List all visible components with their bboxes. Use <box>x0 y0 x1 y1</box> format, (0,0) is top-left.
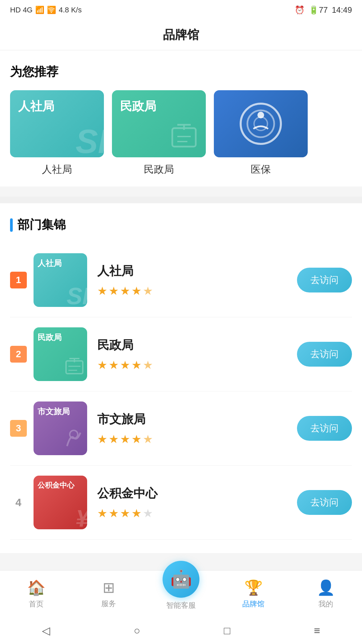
dept-name-gongjijin: 公积金中心 <box>97 485 297 502</box>
visit-button-renshe[interactable]: 去访问 <box>297 268 352 292</box>
card-image-yibao[interactable] <box>214 90 308 157</box>
recent-button[interactable]: □ <box>224 625 230 637</box>
nav-item-mine[interactable]: 👤 我的 <box>290 579 362 609</box>
card-image-renshe[interactable]: 人社局 SI <box>10 90 104 157</box>
home-icon: 🏠 <box>27 579 46 596</box>
star-4: ★ <box>131 358 141 372</box>
dept-logo-watermark-gongjijin: ¥ <box>76 505 87 529</box>
page-title: 品牌馆 <box>163 27 199 43</box>
dept-info-gongjijin: 公积金中心 ★ ★ ★ ★ ★ <box>97 485 297 520</box>
dept-logo-text-renshe: 人社局 <box>38 258 62 269</box>
star-5: ★ <box>143 284 153 298</box>
nav-label-mine: 我的 <box>318 599 333 609</box>
home-button[interactable]: ○ <box>134 625 140 637</box>
star-3: ★ <box>120 358 130 372</box>
dept-section-title: 部门集锦 <box>10 217 352 233</box>
recommend-title: 为您推荐 <box>10 64 352 80</box>
card-image-minzheng[interactable]: 民政局 <box>112 90 206 157</box>
dept-info-wenlu: 市文旅局 ★ ★ ★ ★ ★ <box>97 411 297 446</box>
star-5: ★ <box>143 432 153 446</box>
rank-badge-2: 2 <box>10 346 27 363</box>
network-indicator: HD 4G <box>10 6 33 14</box>
nav-label-home: 首页 <box>29 599 44 609</box>
nav-label-ai: 智能客服 <box>166 600 196 610</box>
dept-logo-wenlu: 市文旅局 <box>34 401 87 455</box>
dept-stars-renshe: ★ ★ ★ ★ ★ <box>97 284 297 298</box>
dept-logo-minzheng: 民政局 <box>34 327 87 381</box>
nav-item-home[interactable]: 🏠 首页 <box>0 579 72 609</box>
card-label-minzheng: 民政局 <box>144 163 174 176</box>
dept-item-wenlu[interactable]: 3 市文旅局 市文旅局 ★ ★ ★ ★ ★ 去访问 <box>10 391 352 466</box>
visit-button-wenlu[interactable]: 去访问 <box>297 416 352 441</box>
star-5: ★ <box>143 506 153 520</box>
star-2: ★ <box>109 284 119 298</box>
dept-item-renshe[interactable]: 1 人社局 SI 人社局 ★ ★ ★ ★ ★ 去访问 <box>10 243 352 317</box>
brand-card-minzheng[interactable]: 民政局 民政局 <box>112 90 206 176</box>
yibao-logo <box>214 90 308 157</box>
dept-logo-watermark-renshe: SI <box>67 283 87 307</box>
menu-button[interactable]: ≡ <box>314 625 320 637</box>
card-label-yibao: 医保 <box>251 163 271 176</box>
wifi-icon: 🛜 <box>47 6 56 14</box>
battery-indicator: 🔋77 <box>309 5 328 15</box>
card-label-renshe: 人社局 <box>42 163 72 176</box>
svg-rect-0 <box>172 128 196 147</box>
star-3: ★ <box>120 432 130 446</box>
dept-title-bar-indicator <box>10 218 13 232</box>
dept-info-renshe: 人社局 ★ ★ ★ ★ ★ <box>97 263 297 298</box>
alarm-icon: ⏰ <box>295 5 305 15</box>
star-4: ★ <box>131 432 141 446</box>
card-watermark-renshe: SI <box>76 122 104 157</box>
recommend-section: 为您推荐 人社局 SI 人社局 民政局 <box>0 50 362 186</box>
nav-item-brand[interactable]: 🏆 品牌馆 <box>217 579 290 609</box>
nav-item-ai[interactable]: 🤖 智能客服 <box>145 578 217 610</box>
dept-name-minzheng: 民政局 <box>97 337 297 354</box>
star-1: ★ <box>97 506 107 520</box>
time-display: 14:49 <box>332 5 352 15</box>
star-1: ★ <box>97 284 107 298</box>
brand-icon: 🏆 <box>244 579 263 596</box>
star-5: ★ <box>143 358 153 372</box>
nav-item-service[interactable]: ⊞ 服务 <box>72 579 145 609</box>
visit-button-minzheng[interactable]: 去访问 <box>297 342 352 367</box>
back-button[interactable]: ◁ <box>42 624 50 637</box>
speed-indicator: 4.8 K/s <box>59 6 81 14</box>
rank-badge-4: 4 <box>10 494 27 511</box>
brand-cards-scroll[interactable]: 人社局 SI 人社局 民政局 民政局 <box>10 90 352 180</box>
svg-point-7 <box>254 117 267 130</box>
star-2: ★ <box>109 432 119 446</box>
dept-item-gongjijin[interactable]: 4 公积金中心 ¥ 公积金中心 ★ ★ ★ ★ ★ 去访问 <box>10 466 352 540</box>
status-right: ⏰ 🔋77 14:49 <box>295 5 352 15</box>
card-title-minzheng: 民政局 <box>120 98 156 115</box>
star-2: ★ <box>109 358 119 372</box>
dept-info-minzheng: 民政局 ★ ★ ★ ★ ★ <box>97 337 297 372</box>
signal-icon: 📶 <box>35 6 44 14</box>
svg-rect-9 <box>66 361 83 374</box>
rank-badge-3: 3 <box>10 420 27 437</box>
android-nav-bar[interactable]: ◁ ○ □ ≡ <box>0 617 362 644</box>
bottom-navigation[interactable]: 🏠 首页 ⊞ 服务 🤖 智能客服 🏆 品牌馆 👤 我的 <box>0 570 362 617</box>
brand-card-renshe[interactable]: 人社局 SI 人社局 <box>10 90 104 176</box>
ai-icon: 🤖 <box>170 569 192 589</box>
status-left: HD 4G 📶 🛜 4.8 K/s <box>10 6 82 14</box>
visit-button-gongjijin[interactable]: 去访问 <box>297 490 352 515</box>
brand-card-yibao[interactable]: 医保 <box>214 90 308 176</box>
status-bar: HD 4G 📶 🛜 4.8 K/s ⏰ 🔋77 14:49 <box>0 0 362 20</box>
mine-icon: 👤 <box>317 579 335 596</box>
star-1: ★ <box>97 358 107 372</box>
service-icon: ⊞ <box>103 579 115 596</box>
star-3: ★ <box>120 284 130 298</box>
dept-logo-text-gongjijin: 公积金中心 <box>38 480 74 490</box>
star-4: ★ <box>131 284 141 298</box>
dept-name-wenlu: 市文旅局 <box>97 411 297 428</box>
dept-item-minzheng[interactable]: 2 民政局 民政局 ★ ★ ★ ★ ★ 去访问 <box>10 317 352 391</box>
dept-name-renshe: 人社局 <box>97 263 297 279</box>
star-4: ★ <box>131 506 141 520</box>
card-title-renshe: 人社局 <box>18 98 54 115</box>
ai-button-circle[interactable]: 🤖 <box>163 561 199 598</box>
dept-logo-text-minzheng: 民政局 <box>38 332 62 343</box>
minzheng-watermark-icon <box>169 121 199 154</box>
dept-stars-minzheng: ★ ★ ★ ★ ★ <box>97 358 297 372</box>
star-2: ★ <box>109 506 119 520</box>
star-1: ★ <box>97 432 107 446</box>
